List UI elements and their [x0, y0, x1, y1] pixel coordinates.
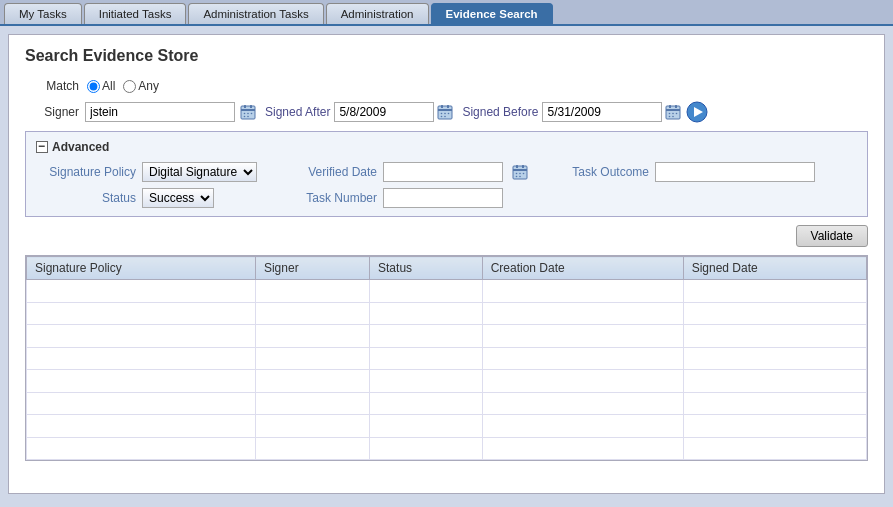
svg-rect-20 — [669, 105, 671, 108]
signature-policy-label: Signature Policy — [36, 165, 136, 179]
svg-rect-12 — [447, 105, 449, 108]
task-outcome-row: Task Outcome — [559, 162, 815, 182]
advanced-label: Advanced — [52, 140, 109, 154]
svg-point-24 — [676, 113, 678, 115]
advanced-fields: Signature Policy Digital Signature Statu… — [36, 162, 857, 208]
status-label: Status — [36, 191, 136, 205]
status-row: Status Success — [36, 188, 257, 208]
col-creation-date: Creation Date — [482, 257, 683, 280]
page-title: Search Evidence Store — [25, 47, 868, 65]
match-any-option[interactable]: Any — [123, 79, 159, 93]
collapse-icon[interactable] — [36, 141, 48, 153]
svg-point-4 — [244, 113, 246, 115]
tab-administration[interactable]: Administration — [326, 3, 429, 24]
svg-point-22 — [669, 113, 671, 115]
signed-before-cal-icon[interactable] — [664, 103, 682, 121]
match-all-label: All — [102, 79, 115, 93]
svg-rect-3 — [250, 105, 252, 108]
signed-before-input[interactable] — [542, 102, 662, 122]
validate-button[interactable]: Validate — [796, 225, 868, 247]
match-all-radio[interactable] — [87, 80, 100, 93]
svg-point-33 — [516, 173, 518, 175]
table-header-row: Signature Policy Signer Status Creation … — [27, 257, 867, 280]
svg-rect-19 — [666, 109, 680, 111]
task-number-label: Task Number — [287, 191, 377, 205]
task-outcome-input[interactable] — [655, 162, 815, 182]
table-row — [27, 415, 867, 438]
table-body — [27, 280, 867, 460]
status-select[interactable]: Success — [142, 188, 214, 208]
svg-rect-2 — [244, 105, 246, 108]
tab-bar: My Tasks Initiated Tasks Administration … — [0, 0, 893, 26]
svg-rect-21 — [675, 105, 677, 108]
signer-cal-icon[interactable] — [239, 103, 257, 121]
col-status: Status — [370, 257, 483, 280]
results-table: Signature Policy Signer Status Creation … — [26, 256, 867, 460]
signature-policy-select[interactable]: Digital Signature — [142, 162, 257, 182]
run-search-icon[interactable] — [686, 101, 708, 123]
svg-point-14 — [445, 113, 447, 115]
svg-point-16 — [441, 116, 443, 118]
svg-point-5 — [247, 113, 249, 115]
table-row — [27, 437, 867, 460]
table-row — [27, 325, 867, 348]
verified-date-input[interactable] — [383, 162, 503, 182]
svg-point-36 — [516, 176, 518, 178]
signed-after-input[interactable] — [334, 102, 434, 122]
table-row — [27, 392, 867, 415]
advanced-col-2: Verified Date — [287, 162, 529, 208]
validate-row: Validate — [25, 225, 868, 251]
advanced-header[interactable]: Advanced — [36, 140, 857, 154]
match-label: Match — [29, 79, 79, 93]
table-row — [27, 347, 867, 370]
svg-point-15 — [448, 113, 450, 115]
advanced-col-3: Task Outcome — [559, 162, 815, 182]
advanced-section: Advanced Signature Policy Digital Signat… — [25, 131, 868, 217]
svg-rect-30 — [513, 169, 527, 171]
match-all-option[interactable]: All — [87, 79, 115, 93]
verified-date-label: Verified Date — [287, 165, 377, 179]
advanced-col-1: Signature Policy Digital Signature Statu… — [36, 162, 257, 208]
svg-rect-10 — [438, 109, 452, 111]
svg-rect-31 — [516, 165, 518, 168]
tab-initiated-tasks[interactable]: Initiated Tasks — [84, 3, 187, 24]
task-number-input[interactable] — [383, 188, 503, 208]
verified-date-row: Verified Date — [287, 162, 529, 182]
svg-point-17 — [445, 116, 447, 118]
signed-before-label: Signed Before — [462, 105, 538, 119]
svg-point-25 — [669, 116, 671, 118]
svg-point-8 — [247, 116, 249, 118]
col-signer: Signer — [255, 257, 369, 280]
col-signed-date: Signed Date — [683, 257, 866, 280]
match-any-radio[interactable] — [123, 80, 136, 93]
svg-point-35 — [523, 173, 525, 175]
svg-rect-1 — [241, 109, 255, 111]
tab-my-tasks[interactable]: My Tasks — [4, 3, 82, 24]
main-content: Search Evidence Store Match All Any Sign… — [8, 34, 885, 494]
svg-point-7 — [244, 116, 246, 118]
svg-point-13 — [441, 113, 443, 115]
signed-after-cal-icon[interactable] — [436, 103, 454, 121]
results-table-container: Signature Policy Signer Status Creation … — [25, 255, 868, 461]
task-number-row: Task Number — [287, 188, 529, 208]
svg-point-37 — [519, 176, 521, 178]
match-row: Match All Any — [29, 79, 868, 93]
svg-point-34 — [519, 173, 521, 175]
signature-policy-row: Signature Policy Digital Signature — [36, 162, 257, 182]
tab-evidence-search[interactable]: Evidence Search — [431, 3, 553, 24]
svg-rect-11 — [441, 105, 443, 108]
signed-after-label: Signed After — [265, 105, 330, 119]
match-any-label: Any — [138, 79, 159, 93]
signer-input[interactable] — [85, 102, 235, 122]
verified-date-cal-icon[interactable] — [511, 163, 529, 181]
match-radio-group: All Any — [87, 79, 159, 93]
table-row — [27, 370, 867, 393]
svg-point-6 — [251, 113, 253, 115]
tab-administration-tasks[interactable]: Administration Tasks — [188, 3, 323, 24]
signer-label: Signer — [29, 105, 79, 119]
table-row — [27, 280, 867, 303]
signer-row: Signer Signed After — [29, 101, 868, 123]
task-outcome-label: Task Outcome — [559, 165, 649, 179]
svg-point-23 — [673, 113, 675, 115]
table-row — [27, 302, 867, 325]
